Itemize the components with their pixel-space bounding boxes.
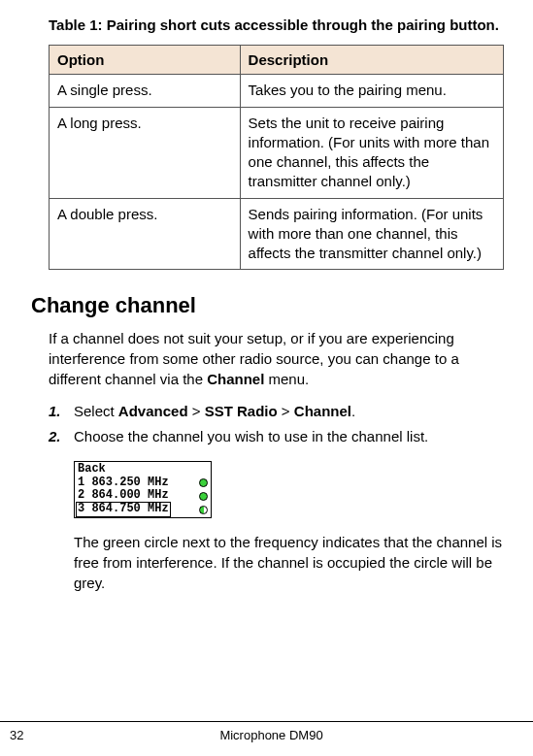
status-dot-icon <box>199 492 208 501</box>
lcd-back-label: Back <box>78 463 106 477</box>
lcd-back-row: Back <box>75 463 211 477</box>
table-row: A double press. Sends pairing informatio… <box>50 198 504 270</box>
pairing-table: Option Description A single press. Takes… <box>49 45 504 270</box>
step-text: Choose the channel you wish to use in th… <box>74 426 504 447</box>
intro-text-post: menu. <box>264 371 309 387</box>
lcd-channel-row-selected: 3 864.750 MHz <box>75 503 211 516</box>
cell-option: A double press. <box>50 198 241 270</box>
channel-status-explainer: The green circle next to the frequency i… <box>74 532 504 593</box>
footer-title: Microphone DM90 <box>58 728 484 742</box>
section-intro: If a channel does not suit your setup, o… <box>49 328 504 389</box>
step-text: Select Advanced > SST Radio > Channel. <box>74 401 504 422</box>
steps-list: 1. Select Advanced > SST Radio > Channel… <box>49 401 504 447</box>
table-header-description: Description <box>240 46 503 75</box>
cell-option: A long press. <box>50 107 241 198</box>
step1-channel: Channel <box>294 403 351 419</box>
step1-sep2: > <box>278 403 294 419</box>
step1-sep1: > <box>188 403 205 419</box>
step-1: 1. Select Advanced > SST Radio > Channel… <box>49 401 504 422</box>
page-number: 32 <box>0 728 58 742</box>
status-dot-icon <box>199 506 208 514</box>
channel-list-display: Back 1 863.250 MHz 2 864.000 MHz 3 864.7… <box>74 461 212 518</box>
step1-end: . <box>351 403 355 419</box>
cell-description: Sends pairing information. (For units wi… <box>240 198 503 270</box>
cell-description: Sets the unit to receive pairing informa… <box>240 107 503 198</box>
cell-option: A single press. <box>50 75 241 107</box>
section-heading: Change channel <box>31 293 504 318</box>
table-row: A single press. Takes you to the pairing… <box>50 75 504 107</box>
page-footer: 32 Microphone DM90 <box>0 721 533 742</box>
step-number: 1. <box>49 401 74 422</box>
table-header-option: Option <box>50 46 241 75</box>
table-caption: Table 1: Pairing short cuts accessible t… <box>49 16 504 35</box>
step1-sstradio: SST Radio <box>205 403 278 419</box>
lcd-channel-label: 1 863.250 MHz <box>78 477 169 490</box>
status-dot-icon <box>199 478 208 487</box>
lcd-channel-row: 2 864.000 MHz <box>75 489 211 503</box>
intro-bold: Channel <box>207 371 264 387</box>
lcd-channel-row: 1 863.250 MHz <box>75 477 211 490</box>
cell-description: Takes you to the pairing menu. <box>240 75 503 107</box>
lcd-channel-label: 2 864.000 MHz <box>78 489 169 503</box>
lcd-channel-label: 3 864.750 MHz <box>77 503 170 516</box>
step1-select: Select <box>74 403 118 419</box>
step1-advanced: Advanced <box>118 403 188 419</box>
table-row: A long press. Sets the unit to receive p… <box>50 107 504 198</box>
step-number: 2. <box>49 426 74 447</box>
step-2: 2. Choose the channel you wish to use in… <box>49 426 504 447</box>
